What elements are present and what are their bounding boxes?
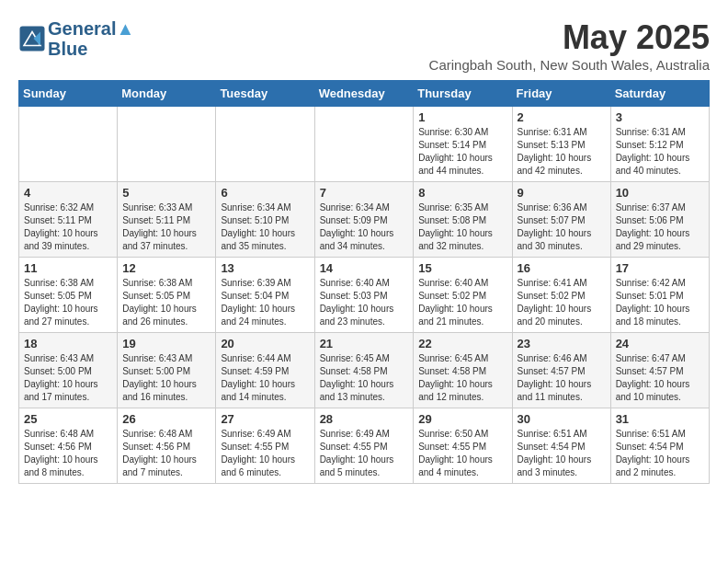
page-header: General▲ Blue May 2025 Caringbah South, … xyxy=(18,18,710,73)
header-cell-friday: Friday xyxy=(512,81,610,107)
svg-rect-0 xyxy=(20,27,45,52)
day-info: Sunrise: 6:31 AM Sunset: 5:12 PM Dayligh… xyxy=(616,126,704,178)
day-number: 30 xyxy=(518,412,606,426)
calendar-cell: 11Sunrise: 6:38 AM Sunset: 5:05 PM Dayli… xyxy=(19,258,118,333)
day-number: 18 xyxy=(24,337,112,350)
calendar-cell: 7Sunrise: 6:34 AM Sunset: 5:09 PM Daylig… xyxy=(314,182,414,258)
calendar-week-row: 18Sunrise: 6:43 AM Sunset: 5:00 PM Dayli… xyxy=(19,333,710,408)
day-info: Sunrise: 6:40 AM Sunset: 5:02 PM Dayligh… xyxy=(418,277,506,328)
calendar-cell: 25Sunrise: 6:48 AM Sunset: 4:56 PM Dayli… xyxy=(19,408,118,484)
day-info: Sunrise: 6:44 AM Sunset: 4:59 PM Dayligh… xyxy=(221,352,309,404)
day-info: Sunrise: 6:47 AM Sunset: 4:57 PM Dayligh… xyxy=(616,352,704,404)
calendar-cell: 12Sunrise: 6:38 AM Sunset: 5:05 PM Dayli… xyxy=(118,258,216,333)
day-number: 6 xyxy=(221,186,309,200)
day-number: 20 xyxy=(221,337,309,350)
calendar-cell: 5Sunrise: 6:33 AM Sunset: 5:11 PM Daylig… xyxy=(118,182,216,258)
calendar-cell: 6Sunrise: 6:34 AM Sunset: 5:10 PM Daylig… xyxy=(216,182,314,258)
day-number: 31 xyxy=(616,412,704,426)
day-info: Sunrise: 6:30 AM Sunset: 5:14 PM Dayligh… xyxy=(418,126,506,178)
calendar-week-row: 1Sunrise: 6:30 AM Sunset: 5:14 PM Daylig… xyxy=(19,107,710,182)
day-info: Sunrise: 6:51 AM Sunset: 4:54 PM Dayligh… xyxy=(518,428,606,479)
calendar-cell xyxy=(314,107,414,182)
calendar-cell: 2Sunrise: 6:31 AM Sunset: 5:13 PM Daylig… xyxy=(512,107,610,182)
header-cell-monday: Monday xyxy=(118,81,216,107)
logo-text: General▲ Blue xyxy=(48,18,134,59)
calendar-cell: 14Sunrise: 6:40 AM Sunset: 5:03 PM Dayli… xyxy=(314,258,414,333)
day-info: Sunrise: 6:51 AM Sunset: 4:54 PM Dayligh… xyxy=(616,428,704,479)
day-info: Sunrise: 6:34 AM Sunset: 5:10 PM Dayligh… xyxy=(221,201,309,253)
day-info: Sunrise: 6:40 AM Sunset: 5:03 PM Dayligh… xyxy=(320,277,409,328)
header-cell-sunday: Sunday xyxy=(19,81,118,107)
day-number: 17 xyxy=(616,261,704,275)
header-cell-thursday: Thursday xyxy=(414,81,512,107)
calendar-table: SundayMondayTuesdayWednesdayThursdayFrid… xyxy=(18,80,710,484)
day-number: 22 xyxy=(418,337,506,350)
calendar-cell: 4Sunrise: 6:32 AM Sunset: 5:11 PM Daylig… xyxy=(19,182,118,258)
day-number: 28 xyxy=(320,412,409,426)
day-number: 24 xyxy=(616,337,704,350)
day-number: 16 xyxy=(518,261,606,275)
day-number: 23 xyxy=(518,337,606,350)
day-info: Sunrise: 6:48 AM Sunset: 4:56 PM Dayligh… xyxy=(122,428,210,479)
day-info: Sunrise: 6:49 AM Sunset: 4:55 PM Dayligh… xyxy=(221,428,309,479)
calendar-cell: 17Sunrise: 6:42 AM Sunset: 5:01 PM Dayli… xyxy=(610,258,709,333)
calendar-body: 1Sunrise: 6:30 AM Sunset: 5:14 PM Daylig… xyxy=(19,107,710,484)
calendar-cell xyxy=(19,107,118,182)
day-info: Sunrise: 6:49 AM Sunset: 4:55 PM Dayligh… xyxy=(320,428,409,479)
day-info: Sunrise: 6:38 AM Sunset: 5:05 PM Dayligh… xyxy=(24,277,112,328)
day-number: 14 xyxy=(320,261,409,275)
subtitle: Caringbah South, New South Wales, Austra… xyxy=(429,57,710,73)
day-info: Sunrise: 6:34 AM Sunset: 5:09 PM Dayligh… xyxy=(320,201,409,253)
day-number: 29 xyxy=(418,412,506,426)
calendar-cell: 31Sunrise: 6:51 AM Sunset: 4:54 PM Dayli… xyxy=(610,408,709,484)
day-number: 7 xyxy=(320,186,409,200)
day-number: 1 xyxy=(418,110,506,124)
day-number: 8 xyxy=(418,186,506,200)
calendar-cell: 15Sunrise: 6:40 AM Sunset: 5:02 PM Dayli… xyxy=(414,258,512,333)
day-number: 9 xyxy=(518,186,606,200)
day-number: 19 xyxy=(122,337,210,350)
day-info: Sunrise: 6:31 AM Sunset: 5:13 PM Dayligh… xyxy=(518,126,606,178)
calendar-cell: 18Sunrise: 6:43 AM Sunset: 5:00 PM Dayli… xyxy=(19,333,118,408)
day-info: Sunrise: 6:38 AM Sunset: 5:05 PM Dayligh… xyxy=(122,277,210,328)
day-number: 13 xyxy=(221,261,309,275)
calendar-cell: 19Sunrise: 6:43 AM Sunset: 5:00 PM Dayli… xyxy=(118,333,216,408)
day-info: Sunrise: 6:43 AM Sunset: 5:00 PM Dayligh… xyxy=(24,352,112,404)
calendar-cell: 30Sunrise: 6:51 AM Sunset: 4:54 PM Dayli… xyxy=(512,408,610,484)
calendar-cell: 29Sunrise: 6:50 AM Sunset: 4:55 PM Dayli… xyxy=(414,408,512,484)
day-number: 21 xyxy=(320,337,409,350)
day-info: Sunrise: 6:35 AM Sunset: 5:08 PM Dayligh… xyxy=(418,201,506,253)
day-info: Sunrise: 6:33 AM Sunset: 5:11 PM Dayligh… xyxy=(122,201,210,253)
day-number: 5 xyxy=(122,186,210,200)
day-number: 12 xyxy=(122,261,210,275)
day-number: 3 xyxy=(616,110,704,124)
calendar-week-row: 4Sunrise: 6:32 AM Sunset: 5:11 PM Daylig… xyxy=(19,182,710,258)
calendar-cell: 3Sunrise: 6:31 AM Sunset: 5:12 PM Daylig… xyxy=(610,107,709,182)
calendar-cell: 26Sunrise: 6:48 AM Sunset: 4:56 PM Dayli… xyxy=(118,408,216,484)
day-info: Sunrise: 6:45 AM Sunset: 4:58 PM Dayligh… xyxy=(418,352,506,404)
day-info: Sunrise: 6:37 AM Sunset: 5:06 PM Dayligh… xyxy=(616,201,704,253)
day-number: 10 xyxy=(616,186,704,200)
day-info: Sunrise: 6:48 AM Sunset: 4:56 PM Dayligh… xyxy=(24,428,112,479)
day-info: Sunrise: 6:42 AM Sunset: 5:01 PM Dayligh… xyxy=(616,277,704,328)
day-number: 26 xyxy=(122,412,210,426)
calendar-header-row: SundayMondayTuesdayWednesdayThursdayFrid… xyxy=(19,81,710,107)
calendar-cell: 9Sunrise: 6:36 AM Sunset: 5:07 PM Daylig… xyxy=(512,182,610,258)
calendar-cell: 13Sunrise: 6:39 AM Sunset: 5:04 PM Dayli… xyxy=(216,258,314,333)
calendar-cell: 20Sunrise: 6:44 AM Sunset: 4:59 PM Dayli… xyxy=(216,333,314,408)
calendar-week-row: 25Sunrise: 6:48 AM Sunset: 4:56 PM Dayli… xyxy=(19,408,710,484)
calendar-cell: 10Sunrise: 6:37 AM Sunset: 5:06 PM Dayli… xyxy=(610,182,709,258)
calendar-cell: 1Sunrise: 6:30 AM Sunset: 5:14 PM Daylig… xyxy=(414,107,512,182)
calendar-cell: 16Sunrise: 6:41 AM Sunset: 5:02 PM Dayli… xyxy=(512,258,610,333)
day-info: Sunrise: 6:36 AM Sunset: 5:07 PM Dayligh… xyxy=(518,201,606,253)
calendar-cell: 23Sunrise: 6:46 AM Sunset: 4:57 PM Dayli… xyxy=(512,333,610,408)
header-cell-wednesday: Wednesday xyxy=(314,81,414,107)
day-number: 25 xyxy=(24,412,112,426)
day-number: 2 xyxy=(518,110,606,124)
calendar-cell: 22Sunrise: 6:45 AM Sunset: 4:58 PM Dayli… xyxy=(414,333,512,408)
header-cell-tuesday: Tuesday xyxy=(216,81,314,107)
day-number: 27 xyxy=(221,412,309,426)
day-info: Sunrise: 6:43 AM Sunset: 5:00 PM Dayligh… xyxy=(122,352,210,404)
day-info: Sunrise: 6:46 AM Sunset: 4:57 PM Dayligh… xyxy=(518,352,606,404)
calendar-cell: 8Sunrise: 6:35 AM Sunset: 5:08 PM Daylig… xyxy=(414,182,512,258)
